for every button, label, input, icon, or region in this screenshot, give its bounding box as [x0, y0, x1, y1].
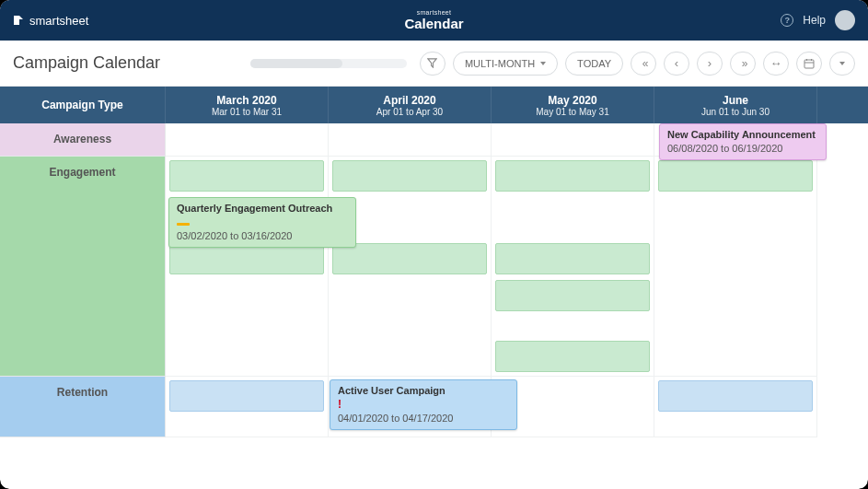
- chevron-down-icon: [540, 62, 546, 65]
- avatar[interactable]: [835, 10, 855, 30]
- event-card-engagement[interactable]: Quarterly Engagement Outreach 03/02/2020…: [168, 197, 356, 248]
- cell-retention-jun[interactable]: [654, 377, 817, 437]
- cell-awareness-mar[interactable]: [166, 123, 329, 157]
- event-block-green[interactable]: [495, 280, 650, 311]
- header-campaign-type: Campaign Type: [0, 87, 166, 123]
- calendar-grid: Campaign Type March 2020 Mar 01 to Mar 3…: [0, 87, 868, 489]
- status-flag-yellow-icon: [177, 223, 190, 226]
- grid-header: Campaign Type March 2020 Mar 01 to Mar 3…: [0, 87, 868, 123]
- event-block-green[interactable]: [658, 160, 813, 192]
- cell-engagement-apr[interactable]: [329, 157, 492, 377]
- topbar: smartsheet smartsheet Calendar ? Help: [0, 0, 868, 41]
- status-flag-red-icon: !: [338, 399, 351, 402]
- more-options-button[interactable]: [829, 52, 855, 76]
- help-label[interactable]: Help: [803, 14, 826, 27]
- horizontal-scrollbar[interactable]: [250, 59, 407, 68]
- event-card-awareness[interactable]: New Capability Announcement 06/08/2020 t…: [659, 123, 827, 160]
- event-block-green[interactable]: [495, 341, 650, 372]
- event-dates: 03/02/2020 to 03/16/2020: [177, 229, 348, 243]
- nav-prev-button[interactable]: ‹: [664, 52, 689, 76]
- header-month-3[interactable]: June Jun 01 to Jun 30: [654, 87, 817, 123]
- row-engagement: Engagement: [0, 157, 868, 377]
- event-block-green[interactable]: [169, 243, 324, 274]
- brand-name: smartsheet: [29, 14, 88, 28]
- calendar-button[interactable]: [796, 52, 822, 76]
- event-dates: 04/01/2020 to 04/17/2020: [338, 412, 509, 425]
- app-title-main: Calendar: [404, 17, 463, 32]
- chevron-left-icon: ‹: [675, 57, 678, 69]
- app-title-sub: smartsheet: [404, 9, 463, 17]
- nav-next-button[interactable]: ›: [697, 52, 723, 76]
- topbar-right: ? Help: [781, 10, 855, 30]
- today-button[interactable]: TODAY: [565, 52, 623, 76]
- page-title: Campaign Calendar: [13, 53, 160, 73]
- event-block-green[interactable]: [332, 160, 487, 192]
- header-month-1[interactable]: April 2020 Apr 01 to Apr 30: [329, 87, 492, 123]
- brand: smartsheet: [13, 14, 88, 28]
- chevron-double-right-icon: »: [742, 57, 745, 70]
- help-icon[interactable]: ?: [781, 14, 793, 27]
- view-mode-select[interactable]: MULTI-MONTH: [453, 52, 558, 76]
- cell-engagement-jun[interactable]: [654, 157, 817, 377]
- event-title: Quarterly Engagement Outreach: [177, 202, 348, 215]
- row-label-engagement: Engagement: [0, 157, 166, 377]
- nav-first-button[interactable]: «: [631, 52, 656, 76]
- scrollbar-thumb[interactable]: [250, 59, 342, 68]
- event-block-green[interactable]: [332, 243, 487, 274]
- toolbar: Campaign Calendar MULTI-MONTH TODAY « ‹ …: [0, 41, 868, 87]
- app-title: smartsheet Calendar: [404, 9, 463, 31]
- cell-awareness-may[interactable]: [492, 123, 654, 157]
- smartsheet-logo-icon: [13, 15, 24, 26]
- svg-rect-0: [804, 60, 814, 68]
- header-month-2[interactable]: May 2020 May 01 to May 31: [492, 87, 654, 123]
- nav-last-button[interactable]: »: [730, 52, 756, 76]
- view-mode-label: MULTI-MONTH: [465, 58, 535, 69]
- grid-body: Awareness Engagement: [0, 123, 868, 489]
- event-block-green[interactable]: [169, 160, 324, 192]
- row-label-retention: Retention: [0, 377, 166, 437]
- event-block-blue[interactable]: [658, 380, 813, 412]
- chevron-down-icon: [839, 62, 845, 65]
- event-block-blue[interactable]: [169, 380, 324, 412]
- event-dates: 06/08/2020 to 06/19/2020: [667, 142, 818, 156]
- chevron-double-left-icon: «: [642, 57, 645, 70]
- cell-engagement-may[interactable]: [492, 157, 654, 377]
- event-block-green[interactable]: [495, 243, 650, 274]
- event-card-retention[interactable]: Active User Campaign ! 04/01/2020 to 04/…: [330, 379, 517, 430]
- today-label: TODAY: [577, 58, 611, 69]
- fit-width-button[interactable]: ↔: [763, 52, 789, 76]
- fit-width-icon: ↔: [770, 57, 782, 69]
- chevron-right-icon: ›: [708, 57, 712, 69]
- row-label-awareness: Awareness: [0, 123, 166, 157]
- event-title: Active User Campaign: [338, 384, 509, 398]
- calendar-icon: [804, 58, 815, 69]
- app-frame: smartsheet smartsheet Calendar ? Help Ca…: [0, 0, 868, 489]
- cell-engagement-mar[interactable]: [166, 157, 329, 377]
- header-month-0[interactable]: March 2020 Mar 01 to Mar 31: [166, 87, 329, 123]
- cell-retention-mar[interactable]: [166, 377, 329, 437]
- filter-button[interactable]: [420, 52, 446, 76]
- event-title: New Capability Announcement: [667, 128, 818, 142]
- cell-awareness-apr[interactable]: [329, 123, 492, 157]
- event-block-green[interactable]: [495, 160, 650, 192]
